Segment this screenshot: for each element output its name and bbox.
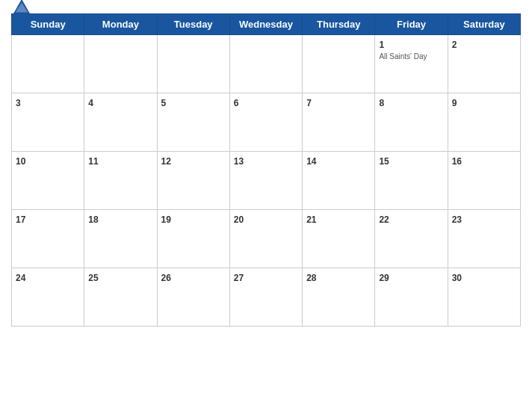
day-number: 29	[379, 273, 389, 283]
day-number: 23	[452, 214, 462, 225]
day-number: 17	[16, 214, 25, 225]
header-wednesday: Wednesday	[229, 14, 302, 35]
calendar-cell: 4	[84, 93, 157, 152]
calendar-cell: 11	[84, 152, 157, 210]
day-number: 12	[161, 156, 171, 167]
calendar-cell: 14	[303, 152, 375, 210]
calendar-cell: 15	[375, 152, 448, 210]
header-thursday: Thursday	[303, 14, 375, 35]
calendar-week-row: 10111213141516	[12, 152, 521, 210]
calendar-table: Sunday Monday Tuesday Wednesday Thursday…	[11, 13, 521, 327]
calendar-cell: 9	[448, 93, 520, 152]
day-number: 15	[379, 156, 389, 167]
calendar-cell	[157, 35, 229, 93]
calendar-cell	[12, 35, 84, 93]
weekday-header-row: Sunday Monday Tuesday Wednesday Thursday…	[12, 14, 521, 35]
calendar-cell: 16	[448, 152, 520, 210]
header-tuesday: Tuesday	[157, 14, 229, 35]
day-number: 2	[452, 40, 457, 50]
calendar-cell: 10	[12, 152, 84, 210]
event-label: All Saints' Day	[379, 52, 443, 61]
calendar-cell: 13	[229, 152, 302, 210]
calendar-week-row: 17181920212223	[12, 210, 521, 268]
calendar-cell	[229, 35, 302, 93]
calendar-cell: 19	[157, 210, 229, 268]
day-number: 7	[306, 98, 312, 108]
day-number: 13	[234, 156, 244, 167]
header-saturday: Saturday	[448, 14, 520, 35]
calendar-thead: Sunday Monday Tuesday Wednesday Thursday…	[12, 14, 521, 35]
calendar-cell: 30	[448, 268, 520, 327]
day-number: 21	[306, 214, 316, 225]
day-number: 14	[306, 156, 316, 167]
day-number: 16	[452, 156, 462, 167]
day-number: 4	[88, 98, 93, 108]
header-monday: Monday	[84, 14, 157, 35]
calendar-cell: 24	[12, 268, 84, 327]
calendar-container: Sunday Monday Tuesday Wednesday Thursday…	[0, 0, 532, 411]
calendar-cell: 6	[229, 93, 302, 152]
calendar-cell: 2	[448, 35, 520, 93]
calendar-cell: 3	[12, 93, 84, 152]
header-friday: Friday	[375, 14, 448, 35]
day-number: 10	[16, 156, 25, 167]
logo-icon	[11, 0, 32, 18]
day-number: 1	[379, 40, 384, 50]
calendar-cell: 18	[84, 210, 157, 268]
day-number: 9	[452, 98, 457, 108]
calendar-cell: 21	[303, 210, 375, 268]
day-number: 3	[16, 98, 21, 108]
calendar-cell: 29	[375, 268, 448, 327]
calendar-cell: 27	[229, 268, 302, 327]
calendar-cell	[84, 35, 157, 93]
calendar-week-row: 3456789	[12, 93, 521, 152]
calendar-cell: 22	[375, 210, 448, 268]
day-number: 20	[234, 214, 244, 225]
day-number: 30	[452, 273, 462, 283]
day-number: 24	[16, 273, 25, 283]
day-number: 18	[88, 214, 98, 225]
calendar-cell: 8	[375, 93, 448, 152]
logo	[11, 0, 34, 18]
calendar-cell: 17	[12, 210, 84, 268]
day-number: 6	[234, 98, 239, 108]
calendar-cell: 23	[448, 210, 520, 268]
day-number: 11	[88, 156, 98, 167]
calendar-cell: 7	[303, 93, 375, 152]
day-number: 22	[379, 214, 389, 225]
calendar-week-row: 24252627282930	[12, 268, 521, 327]
day-number: 19	[161, 214, 171, 225]
calendar-cell: 5	[157, 93, 229, 152]
calendar-cell: 20	[229, 210, 302, 268]
calendar-week-row: 1All Saints' Day2	[12, 35, 521, 93]
calendar-cell: 12	[157, 152, 229, 210]
calendar-cell: 28	[303, 268, 375, 327]
day-number: 8	[379, 98, 384, 108]
calendar-body: 1All Saints' Day234567891011121314151617…	[12, 35, 521, 327]
day-number: 26	[161, 273, 171, 283]
calendar-cell: 1All Saints' Day	[375, 35, 448, 93]
calendar-cell: 25	[84, 268, 157, 327]
day-number: 28	[306, 273, 316, 283]
day-number: 27	[234, 273, 244, 283]
day-number: 5	[161, 98, 167, 108]
calendar-cell	[303, 35, 375, 93]
day-number: 25	[88, 273, 98, 283]
calendar-cell: 26	[157, 268, 229, 327]
